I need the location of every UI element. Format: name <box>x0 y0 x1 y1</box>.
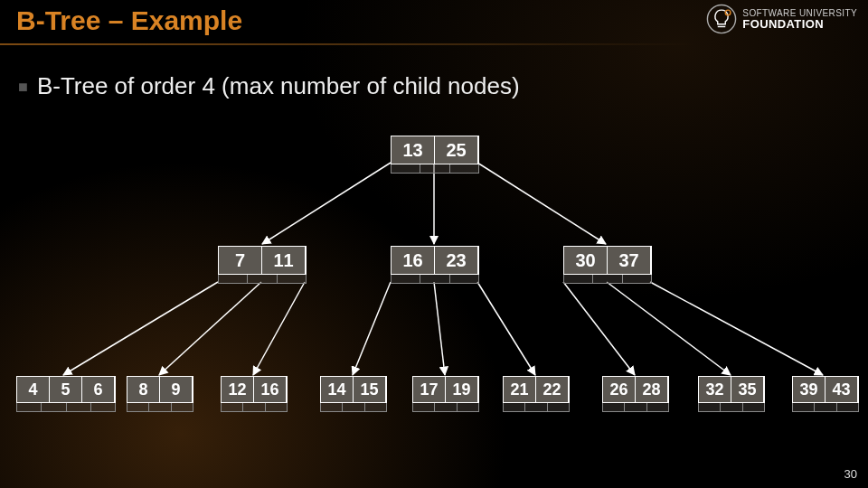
node-key: 6 <box>82 377 115 402</box>
node-key: 5 <box>50 377 82 402</box>
btree-diagram: 13 25 7 11 16 23 30 37 4 5 6 8 9 12 16 1… <box>0 127 868 452</box>
svg-line-11 <box>477 282 535 375</box>
pointer-stubs <box>412 403 479 412</box>
logo-line2: FOUNDATION <box>742 18 857 30</box>
node-key: 4 <box>17 377 50 402</box>
svg-line-5 <box>477 163 606 244</box>
node-key: 35 <box>731 377 764 402</box>
pointer-stubs <box>221 403 288 412</box>
pointer-stubs <box>391 275 479 284</box>
pointer-stubs <box>792 403 859 412</box>
node-key: 16 <box>254 377 287 402</box>
svg-line-12 <box>563 282 635 375</box>
svg-line-9 <box>353 282 391 375</box>
btree-leaf-node: 4 5 6 <box>16 376 116 403</box>
btree-leaf-node: 17 19 <box>412 376 479 403</box>
node-key: 17 <box>413 377 446 402</box>
btree-leaf-node: 26 28 <box>602 376 669 403</box>
node-key: 15 <box>354 377 386 402</box>
pointer-stubs <box>503 403 570 412</box>
node-key: 26 <box>603 377 636 402</box>
title-underline <box>0 43 868 45</box>
node-key: 30 <box>564 247 608 274</box>
btree-leaf-node: 8 9 <box>127 376 193 403</box>
bullet-text: ■B-Tree of order 4 (max number of child … <box>18 72 520 100</box>
btree-root: 13 25 <box>391 136 479 164</box>
pointer-stubs <box>320 403 387 412</box>
node-key: 28 <box>636 377 668 402</box>
node-key: 21 <box>504 377 536 402</box>
pointer-stubs <box>218 275 307 284</box>
node-key: 39 <box>793 377 826 402</box>
btree-leaf-node: 14 15 <box>320 376 387 403</box>
svg-line-14 <box>650 282 823 375</box>
svg-line-3 <box>262 163 391 244</box>
node-key: 37 <box>608 247 651 274</box>
svg-line-8 <box>253 282 305 375</box>
pointer-stubs <box>16 403 116 412</box>
node-key: 19 <box>446 377 478 402</box>
node-key: 13 <box>392 136 435 164</box>
btree-internal-node: 30 37 <box>563 246 652 275</box>
pointer-stubs <box>698 403 765 412</box>
node-key: 25 <box>435 136 478 164</box>
btree-internal-node: 7 11 <box>218 246 307 275</box>
btree-leaf-node: 12 16 <box>221 376 288 403</box>
btree-leaf-node: 39 43 <box>792 376 859 403</box>
node-key: 9 <box>160 377 193 402</box>
btree-internal-node: 16 23 <box>391 246 479 275</box>
node-key: 11 <box>262 247 306 274</box>
btree-leaf-node: 32 35 <box>698 376 765 403</box>
btree-leaf-node: 21 22 <box>503 376 570 403</box>
pointer-stubs <box>602 403 669 412</box>
node-key: 43 <box>826 377 858 402</box>
logo-line1: SOFTWARE UNIVERSITY <box>742 9 857 18</box>
node-key: 32 <box>699 377 731 402</box>
node-key: 23 <box>435 247 478 274</box>
svg-line-10 <box>434 282 445 375</box>
bullet-content: B-Tree of order 4 (max number of child n… <box>37 72 520 99</box>
node-key: 16 <box>392 247 435 274</box>
node-key: 14 <box>321 377 354 402</box>
page-number: 30 <box>844 467 857 481</box>
svg-line-6 <box>63 282 218 375</box>
svg-point-0 <box>708 5 736 33</box>
node-key: 12 <box>222 377 254 402</box>
slide-title: B-Tree – Example <box>16 5 242 36</box>
software-university-logo: SOFTWARE UNIVERSITY FOUNDATION <box>706 4 857 34</box>
pointer-stubs <box>127 403 193 412</box>
pointer-stubs <box>391 164 479 174</box>
bullet-square-icon: ■ <box>18 78 28 96</box>
node-key: 22 <box>536 377 569 402</box>
lightbulb-gear-icon <box>706 4 737 34</box>
pointer-stubs <box>563 275 652 284</box>
node-key: 8 <box>127 377 160 402</box>
svg-line-7 <box>159 282 261 375</box>
node-key: 7 <box>219 247 262 274</box>
svg-line-13 <box>607 282 731 375</box>
